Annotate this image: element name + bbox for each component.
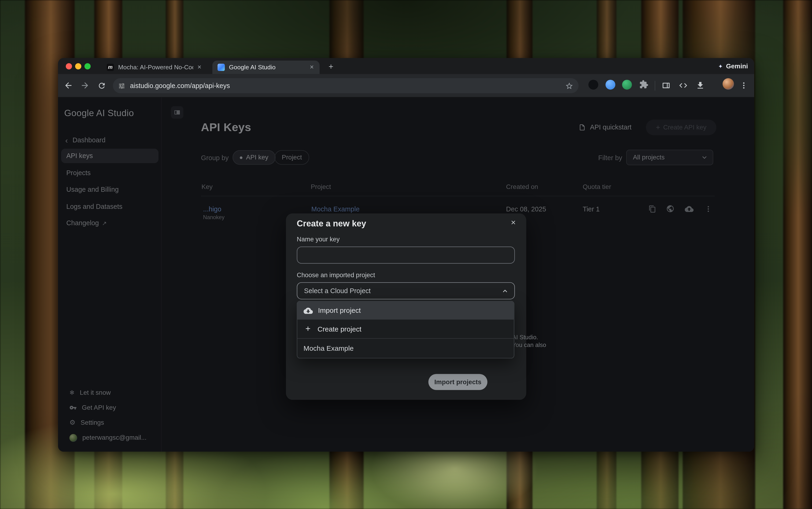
import-projects-label: Import projects (434, 378, 481, 385)
dialog-close-icon[interactable]: × (508, 217, 519, 229)
mocha-favicon-icon (107, 64, 114, 71)
menu-item-label: Import project (318, 307, 361, 314)
site-info-icon[interactable] (118, 82, 125, 90)
menu-item-create-project[interactable]: + Create project (297, 319, 514, 338)
select-value: Select a Cloud Project (304, 287, 501, 295)
code-devtools-icon[interactable] (676, 78, 690, 93)
close-window-button[interactable] (66, 63, 72, 70)
extensions-puzzle-icon[interactable] (639, 80, 649, 90)
name-your-key-label: Name your key (297, 236, 340, 243)
tab-google-ai-studio[interactable]: Google AI Studio × (212, 61, 319, 74)
tab-title: Mocha: AI-Powered No-Code (118, 64, 193, 71)
dark-mode-extension-icon[interactable] (588, 80, 598, 90)
download-icon[interactable] (693, 78, 708, 93)
occluded-dialog-text: AI Studio. You can also (512, 334, 569, 349)
tab-strip: Mocha: AI-Powered No-Code × Google AI St… (58, 58, 754, 74)
url-text: aistudio.google.com/app/api-keys (130, 82, 565, 90)
tab-close-icon[interactable]: × (308, 63, 316, 71)
choose-project-label: Choose an imported project (297, 271, 375, 279)
ai-studio-favicon-icon (217, 64, 225, 71)
browser-menu-kebab-icon[interactable] (737, 78, 751, 93)
project-dropdown-menu: Import project + Create project Mocha Ex… (297, 301, 514, 359)
key-name-input[interactable] (297, 246, 515, 264)
forward-button[interactable] (78, 78, 92, 93)
blue-extension-icon[interactable] (606, 80, 615, 90)
occluded-line: AI Studio. (512, 334, 569, 341)
menu-item-import-project[interactable]: Import project (297, 302, 514, 319)
green-extension-icon[interactable] (622, 80, 632, 90)
menu-item-mocha-example[interactable]: Mocha Example (297, 339, 514, 358)
gemini-sparkle-icon: ✦ (718, 63, 723, 70)
reload-button[interactable] (94, 78, 109, 93)
menu-item-label: Mocha Example (303, 344, 353, 352)
gemini-button[interactable]: ✦ Gemini (718, 62, 748, 71)
import-projects-button[interactable]: Import projects (428, 374, 487, 390)
menu-item-label: Create project (317, 325, 362, 333)
maximize-window-button[interactable] (84, 63, 91, 70)
toolbar-separator (655, 81, 655, 91)
browser-window: Mocha: AI-Powered No-Code × Google AI St… (58, 58, 754, 452)
create-key-dialog: Create a new key × Name your key Choose … (286, 213, 526, 400)
cloud-project-select[interactable]: Select a Cloud Project (297, 282, 515, 300)
chevron-up-icon (501, 286, 509, 295)
new-tab-button[interactable]: + (326, 62, 336, 72)
occluded-line: You can also (512, 341, 569, 349)
dialog-title: Create a new key (297, 219, 366, 229)
cloud-import-icon (303, 306, 313, 315)
side-panel-icon[interactable] (659, 78, 673, 93)
tab-mocha[interactable]: Mocha: AI-Powered No-Code × (102, 61, 207, 74)
minimize-window-button[interactable] (75, 63, 81, 70)
browser-toolbar: aistudio.google.com/app/api-keys (58, 74, 754, 97)
page-content: Google AI Studio ‹ Dashboard API keys Pr… (58, 97, 754, 452)
address-bar[interactable]: aistudio.google.com/app/api-keys (113, 78, 579, 93)
gemini-label: Gemini (726, 63, 748, 70)
profile-avatar[interactable] (722, 78, 734, 90)
tab-title: Google AI Studio (229, 64, 306, 71)
screen: Mocha: AI-Powered No-Code × Google AI St… (0, 0, 812, 509)
back-button[interactable] (61, 78, 76, 93)
tab-close-icon[interactable]: × (195, 63, 203, 71)
bookmark-star-icon[interactable] (565, 81, 573, 90)
plus-icon: + (303, 324, 312, 334)
